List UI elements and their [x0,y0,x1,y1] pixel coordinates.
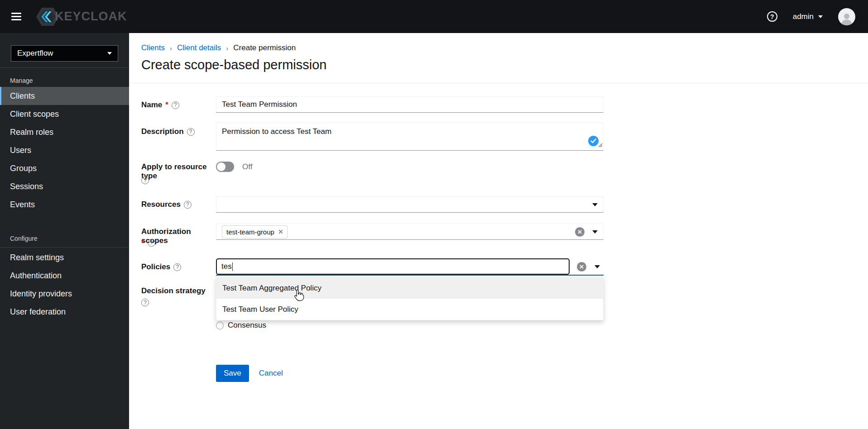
sidebar-item-users[interactable]: Users [0,141,129,159]
text-caret [232,262,233,271]
section-divider [129,83,868,83]
consensus-radio-label: Consensus [228,321,266,330]
sidebar-item-events[interactable]: Events [0,195,129,214]
help-icon[interactable]: ? [767,11,777,22]
scope-chip-label: test-team-group [226,228,274,236]
description-textarea[interactable]: Permission to access Test Team [216,123,604,151]
required-marker: * [141,238,144,247]
main-content: Clients › Client details › Create permis… [129,33,868,429]
sidebar-nav: Manage Clients Client scopes Realm roles… [0,67,129,321]
policies-dropdown-menu: Test Team Aggregated Policy Test Team Us… [216,277,604,320]
breadcrumb-client-details[interactable]: Client details [177,43,221,52]
chevron-down-icon [592,203,598,206]
breadcrumb-current: Create permission [233,43,296,52]
chevron-down-icon [107,52,112,55]
clear-selection-icon[interactable] [577,262,586,272]
resize-handle-icon[interactable] [597,141,603,150]
sidebar-item-realm-settings[interactable]: Realm settings [0,248,129,267]
keycloak-logo: KEYCLOAK [36,5,127,29]
brand-text: KEYCLOAK [55,10,127,24]
dropdown-option-user-policy[interactable]: Test Team User Policy [216,299,603,320]
avatar[interactable] [838,8,855,25]
person-icon [840,12,854,25]
sidebar-item-groups[interactable]: Groups [0,159,129,177]
sidebar-item-user-federation[interactable]: User federation [0,303,129,321]
policies-input-value: tes [221,262,232,271]
apply-resource-toggle-state: Off [242,162,252,172]
hamburger-menu-icon[interactable] [11,11,21,22]
decision-strategy-label: Decision strategy [141,286,206,296]
dropdown-option-aggregated-policy[interactable]: Test Team Aggregated Policy [216,277,603,299]
breadcrumb-separator: › [170,44,172,52]
cancel-button[interactable]: Cancel [256,369,286,378]
policies-label: Policies [141,262,170,272]
page-title: Create scope-based permission [141,57,326,72]
policies-typeahead-group: tes [216,258,604,276]
name-help-icon[interactable]: ? [172,101,179,109]
policies-input[interactable]: tes [216,258,570,275]
name-input[interactable]: Test Team Permission [216,96,604,113]
required-marker: * [165,100,168,110]
chevron-down-icon [818,15,823,18]
nav-section-manage: Manage [0,67,129,87]
policies-help-icon[interactable]: ? [173,263,181,271]
decision-strategy-label-row: Decision strategy ? [141,286,215,306]
sidebar-item-client-scopes[interactable]: Client scopes [0,105,129,123]
permission-form: Name * ? Test Team Permission Descriptio… [141,96,608,395]
decision-strategy-option-consensus: Consensus [216,321,266,330]
auth-scopes-required-row: * ? [141,238,215,247]
chip-remove-icon[interactable] [278,229,283,234]
sidebar-item-clients[interactable]: Clients [0,87,129,105]
save-button[interactable]: Save [216,365,249,382]
policies-label-row: Policies ? [141,262,215,272]
chevron-down-icon[interactable] [595,265,600,268]
clear-selection-icon[interactable] [575,227,585,237]
description-value: Permission to access Test Team [222,127,331,136]
username-label: admin [793,12,814,21]
description-help-icon[interactable]: ? [187,128,195,136]
name-label: Name [141,100,162,110]
apply-resource-help-icon[interactable]: ? [141,176,149,184]
decision-strategy-help-icon[interactable]: ? [141,299,149,306]
sidebar-item-authentication[interactable]: Authentication [0,267,129,285]
sidebar: Expertflow Manage Clients Client scopes … [0,33,129,429]
name-label-row: Name * ? [141,100,215,110]
breadcrumb: Clients › Client details › Create permis… [141,43,296,52]
sidebar-item-identity-providers[interactable]: Identity providers [0,285,129,303]
resources-label: Resources [141,200,181,209]
sidebar-divider [0,247,129,248]
resources-select[interactable] [216,196,604,213]
sidebar-item-realm-roles[interactable]: Realm roles [0,123,129,141]
auth-scopes-help-icon[interactable]: ? [148,239,155,247]
breadcrumb-clients[interactable]: Clients [141,43,165,52]
apply-resource-help-row: ? [141,176,215,184]
nav-section-configure: Configure [0,225,129,245]
resources-help-icon[interactable]: ? [184,201,192,209]
apply-resource-toggle[interactable] [216,162,234,172]
auth-scopes-multiselect[interactable]: test-team-group [216,224,604,240]
user-menu[interactable]: admin [793,12,823,21]
app-header: KEYCLOAK ? admin [0,0,868,33]
description-label-row: Description ? [141,127,215,136]
form-actions: Save Cancel [216,365,286,382]
name-input-value: Test Team Permission [222,100,297,109]
chevron-down-icon [592,230,598,234]
resources-label-row: Resources ? [141,200,215,209]
scope-chip: test-team-group [222,225,288,238]
consensus-radio[interactable] [216,322,224,329]
description-label: Description [141,127,184,136]
realm-selector-value: Expertflow [17,49,53,58]
breadcrumb-separator: › [226,44,228,52]
realm-selector[interactable]: Expertflow [11,45,118,62]
sidebar-item-sessions[interactable]: Sessions [0,177,129,195]
